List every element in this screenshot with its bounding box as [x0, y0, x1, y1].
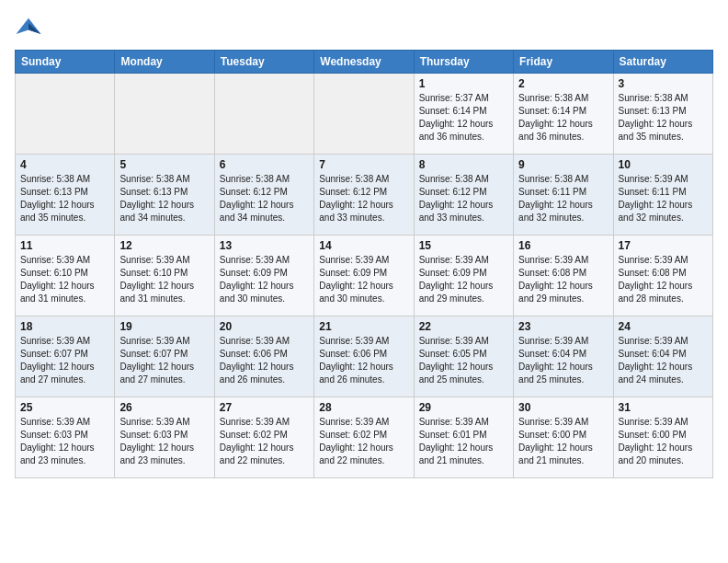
day-number: 3: [619, 77, 708, 90]
day-info: Sunrise: 5:39 AM Sunset: 6:06 PM Dayligh…: [220, 335, 309, 386]
day-info: Sunrise: 5:39 AM Sunset: 6:01 PM Dayligh…: [419, 416, 508, 467]
day-header-friday: Friday: [514, 51, 613, 74]
calendar-cell: 12Sunrise: 5:39 AM Sunset: 6:10 PM Dayli…: [115, 236, 214, 316]
calendar-cell: [314, 74, 414, 155]
calendar-cell: 28Sunrise: 5:39 AM Sunset: 6:02 PM Dayli…: [314, 397, 414, 478]
day-info: Sunrise: 5:39 AM Sunset: 6:08 PM Dayligh…: [619, 254, 708, 305]
day-number: 13: [220, 239, 309, 252]
day-number: 19: [119, 320, 209, 333]
calendar-cell: 11Sunrise: 5:39 AM Sunset: 6:10 PM Dayli…: [16, 236, 115, 316]
day-number: 16: [518, 239, 608, 252]
calendar-week-3: 11Sunrise: 5:39 AM Sunset: 6:10 PM Dayli…: [16, 236, 713, 316]
day-number: 11: [20, 239, 109, 252]
day-info: Sunrise: 5:39 AM Sunset: 6:04 PM Dayligh…: [518, 335, 608, 386]
calendar-cell: 8Sunrise: 5:38 AM Sunset: 6:12 PM Daylig…: [414, 155, 513, 236]
calendar-cell: 1Sunrise: 5:37 AM Sunset: 6:14 PM Daylig…: [414, 74, 513, 155]
day-header-monday: Monday: [115, 51, 214, 74]
calendar-cell: [214, 74, 313, 155]
day-number: 6: [220, 158, 309, 171]
day-number: 24: [619, 320, 708, 333]
calendar-cell: 14Sunrise: 5:39 AM Sunset: 6:09 PM Dayli…: [314, 236, 414, 316]
day-info: Sunrise: 5:38 AM Sunset: 6:12 PM Dayligh…: [319, 173, 408, 224]
day-number: 15: [419, 239, 508, 252]
calendar-cell: 4Sunrise: 5:38 AM Sunset: 6:13 PM Daylig…: [16, 155, 115, 236]
day-info: Sunrise: 5:38 AM Sunset: 6:12 PM Dayligh…: [220, 173, 309, 224]
day-number: 26: [119, 401, 209, 414]
day-info: Sunrise: 5:39 AM Sunset: 6:02 PM Dayligh…: [319, 416, 408, 467]
day-info: Sunrise: 5:38 AM Sunset: 6:11 PM Dayligh…: [518, 173, 608, 224]
header: [15, 15, 713, 42]
calendar-cell: 10Sunrise: 5:39 AM Sunset: 6:11 PM Dayli…: [613, 155, 712, 236]
calendar-header-row: SundayMondayTuesdayWednesdayThursdayFrid…: [16, 51, 713, 74]
day-number: 9: [518, 158, 608, 171]
day-number: 21: [319, 320, 408, 333]
day-info: Sunrise: 5:37 AM Sunset: 6:14 PM Dayligh…: [419, 92, 508, 144]
day-header-saturday: Saturday: [613, 51, 712, 74]
day-number: 14: [319, 239, 408, 252]
calendar-week-2: 4Sunrise: 5:38 AM Sunset: 6:13 PM Daylig…: [16, 155, 713, 236]
calendar-cell: 22Sunrise: 5:39 AM Sunset: 6:05 PM Dayli…: [414, 316, 513, 397]
calendar-cell: 23Sunrise: 5:39 AM Sunset: 6:04 PM Dayli…: [514, 316, 613, 397]
calendar-cell: 2Sunrise: 5:38 AM Sunset: 6:14 PM Daylig…: [514, 74, 613, 155]
day-info: Sunrise: 5:39 AM Sunset: 6:07 PM Dayligh…: [20, 335, 109, 386]
day-number: 1: [419, 77, 508, 90]
day-info: Sunrise: 5:39 AM Sunset: 6:09 PM Dayligh…: [419, 254, 508, 305]
calendar-cell: 15Sunrise: 5:39 AM Sunset: 6:09 PM Dayli…: [414, 236, 513, 316]
day-info: Sunrise: 5:39 AM Sunset: 6:10 PM Dayligh…: [20, 254, 109, 305]
day-number: 23: [518, 320, 608, 333]
calendar-cell: 5Sunrise: 5:38 AM Sunset: 6:13 PM Daylig…: [115, 155, 214, 236]
day-number: 10: [619, 158, 708, 171]
calendar-cell: 25Sunrise: 5:39 AM Sunset: 6:03 PM Dayli…: [16, 397, 115, 478]
calendar-cell: 26Sunrise: 5:39 AM Sunset: 6:03 PM Dayli…: [115, 397, 214, 478]
day-info: Sunrise: 5:39 AM Sunset: 6:00 PM Dayligh…: [619, 416, 708, 467]
day-info: Sunrise: 5:39 AM Sunset: 6:06 PM Dayligh…: [319, 335, 408, 386]
day-number: 31: [619, 401, 708, 414]
logo: [15, 15, 46, 42]
day-header-tuesday: Tuesday: [214, 51, 313, 74]
calendar-cell: 9Sunrise: 5:38 AM Sunset: 6:11 PM Daylig…: [514, 155, 613, 236]
day-info: Sunrise: 5:39 AM Sunset: 6:07 PM Dayligh…: [119, 335, 209, 386]
day-info: Sunrise: 5:39 AM Sunset: 6:04 PM Dayligh…: [619, 335, 708, 386]
day-info: Sunrise: 5:38 AM Sunset: 6:13 PM Dayligh…: [119, 173, 209, 224]
day-number: 29: [419, 401, 508, 414]
day-header-thursday: Thursday: [414, 51, 513, 74]
day-info: Sunrise: 5:39 AM Sunset: 6:02 PM Dayligh…: [220, 416, 309, 467]
calendar-cell: 7Sunrise: 5:38 AM Sunset: 6:12 PM Daylig…: [314, 155, 414, 236]
day-number: 5: [119, 158, 209, 171]
day-info: Sunrise: 5:39 AM Sunset: 6:05 PM Dayligh…: [419, 335, 508, 386]
calendar-cell: [115, 74, 214, 155]
logo-icon: [15, 15, 42, 42]
day-number: 18: [20, 320, 109, 333]
day-info: Sunrise: 5:39 AM Sunset: 6:09 PM Dayligh…: [319, 254, 408, 305]
day-header-sunday: Sunday: [16, 51, 115, 74]
day-info: Sunrise: 5:39 AM Sunset: 6:03 PM Dayligh…: [119, 416, 209, 467]
day-info: Sunrise: 5:39 AM Sunset: 6:10 PM Dayligh…: [119, 254, 209, 305]
calendar-cell: 18Sunrise: 5:39 AM Sunset: 6:07 PM Dayli…: [16, 316, 115, 397]
calendar: SundayMondayTuesdayWednesdayThursdayFrid…: [15, 50, 713, 478]
calendar-cell: 3Sunrise: 5:38 AM Sunset: 6:13 PM Daylig…: [613, 74, 712, 155]
day-number: 8: [419, 158, 508, 171]
day-number: 4: [20, 158, 109, 171]
day-number: 7: [319, 158, 408, 171]
day-number: 20: [220, 320, 309, 333]
calendar-cell: 16Sunrise: 5:39 AM Sunset: 6:08 PM Dayli…: [514, 236, 613, 316]
calendar-cell: 27Sunrise: 5:39 AM Sunset: 6:02 PM Dayli…: [214, 397, 313, 478]
calendar-cell: 30Sunrise: 5:39 AM Sunset: 6:00 PM Dayli…: [514, 397, 613, 478]
day-number: 2: [518, 77, 608, 90]
calendar-cell: 29Sunrise: 5:39 AM Sunset: 6:01 PM Dayli…: [414, 397, 513, 478]
calendar-cell: 19Sunrise: 5:39 AM Sunset: 6:07 PM Dayli…: [115, 316, 214, 397]
day-number: 30: [518, 401, 608, 414]
calendar-cell: 21Sunrise: 5:39 AM Sunset: 6:06 PM Dayli…: [314, 316, 414, 397]
calendar-cell: 31Sunrise: 5:39 AM Sunset: 6:00 PM Dayli…: [613, 397, 712, 478]
day-info: Sunrise: 5:38 AM Sunset: 6:14 PM Dayligh…: [518, 92, 608, 144]
calendar-cell: [16, 74, 115, 155]
calendar-cell: 13Sunrise: 5:39 AM Sunset: 6:09 PM Dayli…: [214, 236, 313, 316]
day-info: Sunrise: 5:39 AM Sunset: 6:00 PM Dayligh…: [518, 416, 608, 467]
day-header-wednesday: Wednesday: [314, 51, 414, 74]
calendar-cell: 24Sunrise: 5:39 AM Sunset: 6:04 PM Dayli…: [613, 316, 712, 397]
day-info: Sunrise: 5:39 AM Sunset: 6:09 PM Dayligh…: [220, 254, 309, 305]
calendar-cell: 6Sunrise: 5:38 AM Sunset: 6:12 PM Daylig…: [214, 155, 313, 236]
day-info: Sunrise: 5:38 AM Sunset: 6:13 PM Dayligh…: [20, 173, 109, 224]
day-info: Sunrise: 5:39 AM Sunset: 6:08 PM Dayligh…: [518, 254, 608, 305]
calendar-week-1: 1Sunrise: 5:37 AM Sunset: 6:14 PM Daylig…: [16, 74, 713, 155]
